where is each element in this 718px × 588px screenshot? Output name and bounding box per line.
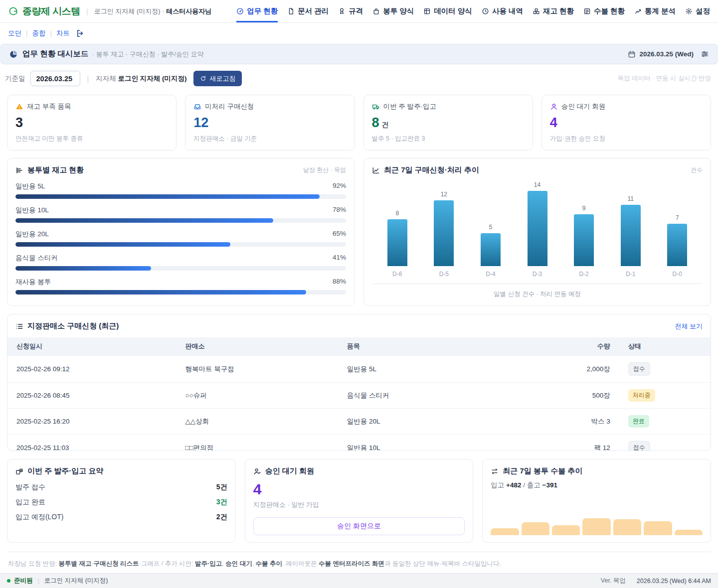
bar-value-label: 11	[627, 195, 633, 202]
base-date-input[interactable]	[30, 71, 80, 86]
view-switcher: 모던|종합|차트	[0, 23, 718, 43]
stock-label: 음식물 스티커	[15, 254, 58, 263]
status-badge: 처리중	[628, 389, 655, 402]
boxes-in-icon	[15, 467, 23, 475]
history-icon	[482, 7, 489, 15]
cell-item: 음식물 스티커	[338, 383, 542, 409]
trend-panel: 최근 7일 구매신청·처리 추이 건수 8D-612D-55D-414D-39D…	[363, 158, 711, 306]
kpi-value: 8건	[372, 116, 525, 130]
status-badge: 접수	[628, 441, 650, 451]
approval-panel: 승인 대기 회원 4 지정판매소 · 일반 가입 승인 화면으로	[245, 459, 474, 543]
cell-store: △△상회	[176, 409, 338, 435]
org-value: 로그인 지자체 (미지정)	[118, 75, 186, 82]
page-title: 업무 현황 대시보드	[22, 49, 89, 59]
nav-item-8[interactable]: 수불 현황	[583, 0, 625, 22]
nav-item-4[interactable]: 봉투 양식	[372, 0, 414, 22]
sliders-icon[interactable]	[701, 50, 709, 58]
requests-table: 신청일시판매소품목수량상태 2025-02-26 09:12행복마트 북구점일반…	[7, 337, 711, 451]
status-bar: 준비됨 | 로그인 지자체 (미지정) Ver. 목업 2026.03.25 (…	[0, 573, 718, 588]
stock-item: 일반용 5L92%	[15, 182, 346, 199]
list-icon	[15, 322, 23, 330]
version-label: Ver. 목업	[601, 577, 626, 585]
cell-item: 일반용 20L	[338, 409, 542, 435]
warning-icon	[15, 103, 23, 111]
bar-value-label: 5	[489, 224, 493, 231]
boxes-icon	[533, 7, 540, 15]
flow-out-label: 출고	[527, 481, 540, 489]
footnote-text: . 레이아웃은	[282, 560, 319, 567]
orders-summary-rows: 발주 접수5건입고 완료3건입고 예정(LOT)2건	[15, 480, 227, 525]
filter-row: 기준일 | 지자체 로그인 지자체 (미지정) 새로고침 목업 데이터 · 연동…	[0, 64, 718, 93]
recycle-icon	[8, 6, 18, 16]
kpi-card-1: 재고 부족 품목3안전재고 미만 봉투 종류	[7, 95, 177, 150]
view-link-3[interactable]: 차트	[56, 29, 70, 37]
nav-item-10[interactable]: 설정	[685, 0, 710, 22]
spark-bar	[491, 528, 519, 535]
calendar-icon	[628, 50, 636, 58]
stock-percent: 92%	[333, 182, 346, 191]
kpi-unit: 건	[382, 121, 389, 129]
kpi-subtitle: 발주 5 · 입고완료 3	[372, 135, 525, 143]
swap-icon	[491, 467, 499, 475]
bar-x-label: D-5	[439, 271, 449, 278]
nav-item-5[interactable]: 데이터 양식	[423, 0, 472, 22]
user-icon	[550, 103, 558, 111]
approval-subtitle: 지정판매소 · 일반 가입	[253, 500, 465, 509]
go-approval-button[interactable]: 승인 화면으로	[253, 517, 465, 535]
inbox-icon	[193, 103, 201, 111]
view-link-1[interactable]: 모던	[8, 29, 21, 37]
nav-item-7[interactable]: 재고 현황	[533, 0, 574, 22]
chart-column: 8D-6	[374, 179, 421, 278]
chart-bar	[434, 200, 454, 266]
summary-value: 2건	[216, 513, 227, 522]
stock-label: 재사용 봉투	[15, 278, 51, 287]
kpi-card-3: 이번 주 발주·입고8건발주 5 · 입고완료 3	[363, 95, 533, 150]
bar-x-label: D-3	[533, 271, 542, 278]
nav-item-6[interactable]: 사용 내역	[482, 0, 523, 22]
gear-icon	[685, 7, 693, 15]
cell-datetime: 2025-02-25 16:20	[7, 409, 176, 435]
status-dot	[7, 579, 10, 583]
summary-label: 발주 접수	[15, 483, 45, 492]
status-context: 로그인 지자체 (미지정)	[44, 577, 108, 585]
chart-bar	[387, 219, 407, 266]
bar-value-label: 9	[582, 205, 586, 212]
date-display[interactable]: 2026.03.25 (Wed)	[628, 50, 694, 58]
flow-spark-chart	[491, 517, 703, 535]
chart-column: 11D-1	[607, 179, 654, 278]
column-header: 수량	[542, 337, 619, 356]
footnote-emphasis: 구매신청 리스트	[94, 560, 139, 567]
cell-status: 완료	[619, 409, 711, 435]
refresh-button[interactable]: 새로고침	[193, 71, 242, 86]
page-subtitle: · 봉투 재고 · 구매신청 · 발주/승인 요약	[92, 50, 204, 59]
orders-summary-title: 이번 주 발주·입고 요약	[27, 466, 104, 476]
footnote-text: ·그래프 / 추가 시안:	[139, 560, 195, 567]
stock-list: 일반용 5L92%일반용 10L78%일반용 20L65%음식물 스티커41%재…	[15, 182, 346, 294]
login-context-line: 로그인 지자체 (미지정) · 테스터사용자님	[94, 7, 211, 16]
see-all-link[interactable]: 전체 보기	[675, 322, 703, 331]
stock-label: 일반용 20L	[15, 230, 49, 239]
logout-icon[interactable]	[76, 29, 85, 38]
hbar-chart-icon	[15, 166, 23, 174]
design-footnote: 차장님 요청 반영: 봉투별 재고·구매신청 리스트·그래프 / 추가 시안: …	[7, 552, 711, 573]
bar-x-label: D-4	[486, 271, 495, 278]
progress-track	[15, 242, 346, 247]
table-row: 2025-02-25 11:03□□편의점일반용 10L팩 12접수	[7, 435, 711, 451]
divider: |	[38, 578, 39, 585]
nav-item-3[interactable]: 규격	[338, 0, 363, 22]
flow-panel: 최근 7일 봉투 수불 추이 입고 +482 / 출고 −391	[482, 459, 711, 543]
nav-item-1[interactable]: 업무 현황	[236, 0, 278, 22]
divider: |	[87, 75, 89, 83]
view-link-2[interactable]: 종합	[32, 29, 46, 37]
nav-item-9[interactable]: 통계 분석	[634, 0, 676, 22]
org-line: 지자체 로그인 지자체 (미지정)	[96, 74, 186, 83]
flow-summary-line: 입고 +482 / 출고 −391	[491, 481, 703, 490]
bar-x-label: D-1	[626, 271, 635, 278]
bar-x-label: D-2	[579, 271, 588, 278]
line-chart-icon	[372, 166, 380, 174]
cell-item: 일반용 5L	[338, 356, 542, 383]
nav-item-2[interactable]: 문서 관리	[287, 0, 329, 22]
chart-caption: 일별 신청 건수 · 처리 연동 예정	[372, 284, 703, 298]
chart-column: 7D-0	[654, 179, 701, 278]
progress-track	[15, 290, 346, 294]
